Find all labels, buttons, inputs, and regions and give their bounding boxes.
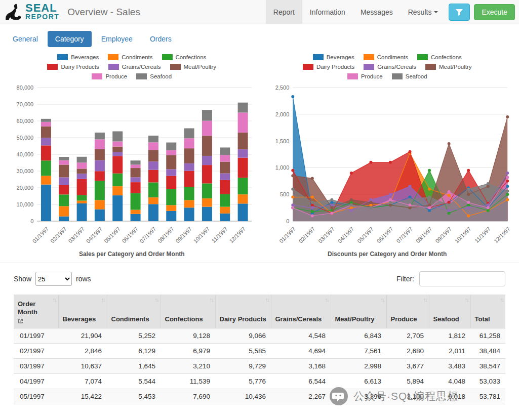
funnel-icon <box>455 8 463 16</box>
cell-value: 6,613 <box>331 373 386 389</box>
sales-chart-card: BeveragesCondimentsConfectionsDairy Prod… <box>4 53 260 258</box>
cell-value: 53,033 <box>470 373 505 389</box>
legend-label: Meat/Poultry <box>439 64 472 70</box>
column-header-meat-poultry[interactable]: ↑↓Meat/Poultry <box>331 295 386 328</box>
legend-item-meat-poultry[interactable]: Meat/Poultry <box>425 64 472 70</box>
sort-icon[interactable]: ↑↓ <box>325 297 329 303</box>
nav-item-results[interactable]: Results <box>401 0 446 24</box>
sort-icon[interactable]: ↑↓ <box>465 297 468 303</box>
sort-icon[interactable]: ↑↓ <box>381 297 384 303</box>
svg-text:04/1997: 04/1997 <box>336 226 355 244</box>
sort-icon[interactable]: ↑↓ <box>210 297 213 303</box>
filter-label: Filter: <box>396 275 414 283</box>
legend-item-dairy-products[interactable]: Dairy Products <box>47 64 99 70</box>
legend-item-beverages[interactable]: Beverages <box>313 54 354 60</box>
column-header-confections[interactable]: ↑↓Confections <box>161 295 215 328</box>
nav-item-information[interactable]: Information <box>302 0 353 24</box>
cell-value: 3,677 <box>386 358 429 373</box>
legend-swatch <box>92 73 102 79</box>
column-header-beverages[interactable]: ↑↓Beverages <box>58 295 107 328</box>
legend-label: Grains/Cereals <box>122 64 161 70</box>
nav-label: Report <box>273 8 295 16</box>
brand: SEAL REPORT <box>0 0 61 24</box>
legend-item-produce[interactable]: Produce <box>347 73 383 79</box>
cell-value: 3,396 <box>331 389 386 404</box>
svg-text:2,000: 2,000 <box>275 111 289 117</box>
sort-icon[interactable]: ↑↓ <box>500 297 503 303</box>
cell-value: 3,100 <box>386 389 429 404</box>
sort-icon[interactable]: ↑↓ <box>155 297 158 303</box>
nav-item-report[interactable]: Report <box>266 0 302 24</box>
legend-item-dairy-products[interactable]: Dairy Products <box>303 64 354 70</box>
cell-value: 2,011 <box>429 343 470 358</box>
legend-item-meat-poultry[interactable]: Meat/Poultry <box>170 64 217 70</box>
cell-order-month: 05/1997 <box>14 389 58 404</box>
table-row: 02/19972,8466,1296,9795,5854,6947,5612,6… <box>14 343 505 358</box>
legend-item-condiments[interactable]: Condiments <box>364 54 408 60</box>
cell-value: 9,729 <box>215 358 271 373</box>
legend-label: Confections <box>176 54 207 60</box>
legend-item-grains-cereals[interactable]: Grains/Cereals <box>108 64 161 70</box>
svg-text:04/1997: 04/1997 <box>85 226 104 244</box>
tab-general[interactable]: General <box>5 31 46 47</box>
column-header-dairy-products[interactable]: ↑↓Dairy Products <box>215 295 271 328</box>
column-header-order-month[interactable]: ↑↓Order Month <box>14 295 58 328</box>
cell-value: 5,894 <box>386 373 429 389</box>
legend-item-produce[interactable]: Produce <box>92 73 127 79</box>
svg-text:06/1997: 06/1997 <box>375 226 394 244</box>
sort-icon[interactable]: ↑↓ <box>265 297 269 303</box>
svg-text:08/1997: 08/1997 <box>156 226 175 244</box>
cell-value: 7,561 <box>331 343 386 358</box>
svg-text:06/1997: 06/1997 <box>121 226 139 244</box>
filter-input[interactable] <box>419 271 505 286</box>
nav-label: Messages <box>361 8 393 16</box>
legend-swatch <box>303 64 313 70</box>
cell-order-month: 01/1997 <box>14 328 58 343</box>
legend-item-confections[interactable]: Confections <box>417 54 462 60</box>
svg-text:08/1997: 08/1997 <box>414 226 433 244</box>
table-controls: Show 25 rows Filter: <box>0 263 519 291</box>
cell-value: 10,436 <box>215 389 271 404</box>
sort-icon[interactable]: ↑↓ <box>423 297 427 303</box>
legend-item-seafood[interactable]: Seafood <box>392 73 427 79</box>
open-link-icon[interactable] <box>18 318 23 324</box>
column-header-total[interactable]: ↑↓Total <box>470 295 505 328</box>
legend-item-seafood[interactable]: Seafood <box>136 73 172 79</box>
sales-chart-legend: BeveragesCondimentsConfectionsDairy Prod… <box>35 54 228 79</box>
cell-value: 5,252 <box>107 328 161 343</box>
legend-item-condiments[interactable]: Condiments <box>108 54 152 60</box>
nav-label: Results <box>408 8 432 16</box>
legend-item-beverages[interactable]: Beverages <box>57 54 99 60</box>
charts-section: BeveragesCondimentsConfectionsDairy Prod… <box>0 53 519 258</box>
column-header-seafood[interactable]: ↑↓Seafood <box>429 295 470 328</box>
svg-text:2,500: 2,500 <box>275 85 289 91</box>
svg-text:03/1997: 03/1997 <box>67 226 86 244</box>
cell-value: 4,694 <box>271 343 331 358</box>
sort-icon[interactable]: ↑↓ <box>53 297 56 303</box>
sort-icon[interactable]: ↑↓ <box>101 297 105 303</box>
column-header-condiments[interactable]: ↑↓Condiments <box>107 295 161 328</box>
svg-text:07/1997: 07/1997 <box>139 226 157 244</box>
cell-value: 10,637 <box>58 358 107 373</box>
nav-item-messages[interactable]: Messages <box>353 0 401 24</box>
legend-swatch <box>108 54 118 60</box>
tab-orders[interactable]: Orders <box>142 31 179 47</box>
legend-item-confections[interactable]: Confections <box>162 54 207 60</box>
column-label: Meat/Poultry <box>335 315 375 323</box>
page-size-select[interactable]: 25 <box>35 272 72 286</box>
cell-value: 21,904 <box>58 328 107 343</box>
nav-label: Information <box>310 8 345 16</box>
svg-text:11/1997: 11/1997 <box>211 226 229 244</box>
legend-item-grains-cereals[interactable]: Grains/Cereals <box>364 64 416 70</box>
cell-value: 53,781 <box>470 389 505 404</box>
legend-swatch <box>47 64 58 70</box>
cell-value: 15,422 <box>58 389 107 404</box>
execute-button[interactable]: Execute <box>474 4 515 20</box>
column-header-grains-cereals[interactable]: ↑↓Grains/Cereals <box>271 295 331 328</box>
table-row: 01/199721,9045,2529,1289,0664,5486,8432,… <box>14 328 505 343</box>
filter-button[interactable] <box>449 4 470 21</box>
cell-value: 9,128 <box>161 328 215 343</box>
tab-employee[interactable]: Employee <box>94 31 140 47</box>
tab-category[interactable]: Category <box>48 31 92 47</box>
column-header-produce[interactable]: ↑↓Produce <box>386 295 429 328</box>
